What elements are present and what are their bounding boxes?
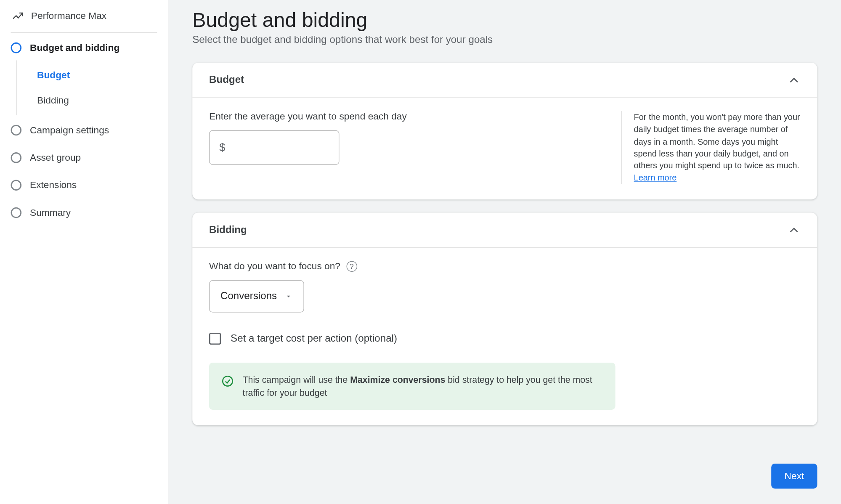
step-label: Summary bbox=[30, 207, 71, 218]
notice-strategy: Maximize conversions bbox=[350, 374, 445, 385]
dropdown-triangle-icon bbox=[284, 292, 292, 300]
campaign-type-row: Performance Max bbox=[0, 11, 168, 32]
step-label: Campaign settings bbox=[30, 125, 109, 136]
page-title: Budget and bidding bbox=[192, 8, 817, 32]
budget-learn-more-link[interactable]: Learn more bbox=[634, 173, 677, 183]
budget-card-header[interactable]: Budget bbox=[192, 63, 817, 98]
step-label: Asset group bbox=[30, 152, 81, 163]
target-cpa-label: Set a target cost per action (optional) bbox=[231, 333, 397, 345]
budget-card-title: Budget bbox=[209, 74, 244, 86]
step-radio-icon bbox=[11, 152, 22, 163]
trend-icon bbox=[11, 11, 25, 22]
budget-field-label: Enter the average you want to spend each… bbox=[209, 111, 605, 122]
step-extensions[interactable]: Extensions bbox=[0, 170, 168, 198]
campaign-type-label: Performance Max bbox=[31, 11, 106, 22]
step-label: Extensions bbox=[30, 180, 77, 191]
step-summary[interactable]: Summary bbox=[0, 198, 168, 225]
svg-point-0 bbox=[223, 376, 232, 386]
daily-budget-input[interactable]: $ bbox=[209, 130, 340, 165]
chevron-up-icon bbox=[788, 223, 801, 236]
substep-bidding[interactable]: Bidding bbox=[17, 88, 168, 113]
chevron-up-icon bbox=[788, 74, 801, 87]
notice-prefix: This campaign will use the bbox=[243, 374, 350, 385]
bidding-card-header[interactable]: Bidding bbox=[192, 212, 817, 248]
step-label: Budget and bidding bbox=[30, 42, 119, 53]
bidding-focus-label-text: What do you want to focus on? bbox=[209, 261, 340, 272]
step-asset-group[interactable]: Asset group bbox=[0, 143, 168, 170]
bidding-focus-label: What do you want to focus on? ? bbox=[209, 261, 801, 272]
bid-strategy-notice: This campaign will use the Maximize conv… bbox=[209, 363, 615, 410]
step-budget-and-bidding[interactable]: Budget and bidding bbox=[0, 33, 168, 60]
checkbox-icon bbox=[209, 333, 221, 345]
check-circle-icon bbox=[221, 374, 234, 387]
target-cpa-checkbox[interactable]: Set a target cost per action (optional) bbox=[209, 333, 801, 345]
bidding-card-title: Bidding bbox=[209, 224, 247, 236]
budget-help-text: For the month, you won't pay more than y… bbox=[621, 111, 801, 184]
budget-card: Budget Enter the average you want to spe… bbox=[192, 63, 817, 199]
main-panel: Budget and bidding Select the budget and… bbox=[168, 0, 841, 504]
next-button[interactable]: Next bbox=[771, 464, 817, 489]
bidding-focus-select[interactable]: Conversions bbox=[209, 280, 304, 313]
bid-strategy-text: This campaign will use the Maximize conv… bbox=[243, 373, 604, 399]
budget-help-body: For the month, you won't pay more than y… bbox=[634, 112, 800, 170]
step-radio-icon bbox=[11, 42, 22, 53]
page-subtitle: Select the budget and bidding options th… bbox=[192, 34, 817, 46]
currency-symbol: $ bbox=[219, 141, 225, 154]
step-radio-icon bbox=[11, 180, 22, 191]
help-icon[interactable]: ? bbox=[346, 261, 357, 272]
bidding-card: Bidding What do you want to focus on? ? … bbox=[192, 212, 817, 425]
step-radio-icon bbox=[11, 207, 22, 218]
bidding-focus-value: Conversions bbox=[220, 290, 277, 302]
daily-budget-field[interactable] bbox=[230, 142, 352, 154]
step-radio-icon bbox=[11, 125, 22, 136]
setup-sidebar: Performance Max Budget and bidding Budge… bbox=[0, 0, 168, 504]
step-campaign-settings[interactable]: Campaign settings bbox=[0, 115, 168, 143]
substeps: Budget Bidding bbox=[16, 60, 168, 115]
substep-budget[interactable]: Budget bbox=[17, 63, 168, 88]
